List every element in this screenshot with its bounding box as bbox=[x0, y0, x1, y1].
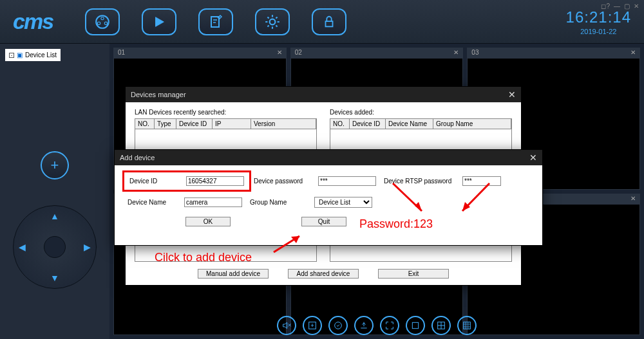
svg-rect-4 bbox=[211, 17, 219, 27]
gear-icon bbox=[264, 14, 281, 30]
ptz-dpad: ▲ ▼ ◀ ▶ bbox=[13, 205, 97, 289]
svg-point-2 bbox=[97, 22, 100, 24]
dialog-titlebar[interactable]: Devices manager ✕ bbox=[126, 87, 521, 102]
window-controls: ◻? — ▢ ✕ bbox=[601, 3, 639, 10]
reel-icon bbox=[94, 14, 111, 30]
maximize-icon[interactable]: ▢ bbox=[624, 3, 630, 10]
record-icon bbox=[333, 320, 343, 331]
svg-rect-11 bbox=[464, 322, 471, 329]
minimize-icon[interactable]: — bbox=[614, 3, 620, 10]
cell-close-icon[interactable]: ✕ bbox=[277, 49, 282, 58]
clock-time: 16:21:14 bbox=[566, 8, 631, 26]
device-name-input[interactable] bbox=[184, 197, 242, 207]
dpad-center[interactable] bbox=[44, 236, 66, 258]
quit-button[interactable]: Quit bbox=[301, 217, 346, 226]
help-icon[interactable]: ◻? bbox=[601, 3, 610, 10]
col-version: Version bbox=[251, 119, 316, 129]
speaker-mute-icon bbox=[281, 320, 292, 331]
layout-quad-icon bbox=[436, 320, 446, 331]
tree-collapse-icon[interactable]: - bbox=[9, 53, 14, 58]
dialog-titlebar[interactable]: Add device ✕ bbox=[115, 150, 542, 165]
play-button[interactable] bbox=[142, 8, 176, 35]
dialog-close-icon[interactable]: ✕ bbox=[529, 152, 537, 163]
device-id-label: Device ID bbox=[129, 178, 178, 185]
sidebar: - ▣ Device List + ▲ ▼ ◀ ▶ bbox=[0, 44, 109, 339]
device-tree-root[interactable]: - ▣ Device List bbox=[5, 49, 61, 61]
device-password-label: Device password bbox=[254, 178, 310, 185]
play-icon bbox=[152, 15, 166, 29]
svg-point-5 bbox=[270, 19, 276, 24]
col-device-id: Device ID bbox=[176, 119, 213, 129]
reel-button[interactable] bbox=[85, 8, 120, 35]
cell-close-icon[interactable]: ✕ bbox=[630, 49, 636, 58]
col-device-name: Device Name bbox=[386, 119, 433, 129]
manual-add-button[interactable]: Manual add device bbox=[198, 269, 269, 279]
device-id-input[interactable] bbox=[186, 176, 244, 186]
lock-icon bbox=[322, 15, 336, 29]
col-group-name: Group Name bbox=[433, 119, 511, 129]
export-button[interactable] bbox=[354, 316, 374, 335]
exit-button[interactable]: Exit bbox=[378, 269, 449, 279]
svg-rect-6 bbox=[326, 21, 333, 26]
lan-searched-label: LAN Devices recently searched: bbox=[135, 109, 317, 116]
group-name-label: Group Name bbox=[250, 199, 307, 206]
layout-nine-icon bbox=[462, 320, 472, 331]
col-device-id: Device ID bbox=[350, 119, 386, 129]
device-password-input[interactable] bbox=[318, 176, 376, 186]
device-id-highlight: Device ID bbox=[122, 170, 251, 192]
fullscreen-icon bbox=[384, 320, 395, 331]
dialog-title: Devices manager bbox=[131, 91, 186, 98]
dpad-right[interactable]: ▶ bbox=[84, 242, 91, 252]
snapshot-button[interactable] bbox=[303, 316, 322, 335]
record-button[interactable] bbox=[328, 316, 348, 335]
col-no: NO. bbox=[135, 119, 155, 129]
clock: 16:21:14 2019-01-22 bbox=[566, 8, 631, 35]
dialog-title: Add device bbox=[120, 154, 155, 161]
cell-number: 02 bbox=[295, 49, 302, 58]
dialog-close-icon[interactable]: ✕ bbox=[508, 89, 516, 100]
layout-single-icon bbox=[410, 320, 421, 331]
add-device-button[interactable]: + bbox=[41, 151, 69, 179]
app-logo: cms bbox=[13, 9, 53, 34]
add-shared-button[interactable]: Add shared device bbox=[288, 269, 359, 279]
svg-rect-9 bbox=[412, 322, 418, 328]
document-edit-icon bbox=[208, 14, 223, 30]
close-icon[interactable]: ✕ bbox=[634, 3, 639, 10]
col-type: Type bbox=[155, 119, 176, 129]
col-no: NO. bbox=[330, 119, 350, 129]
layout-4-button[interactable] bbox=[431, 316, 451, 335]
svg-point-3 bbox=[104, 22, 107, 24]
export-icon bbox=[359, 320, 369, 331]
col-ip: IP bbox=[213, 119, 251, 129]
add-device-dialog: Add device ✕ Device ID Device password D… bbox=[114, 149, 543, 246]
layout-1-button[interactable] bbox=[406, 316, 425, 335]
top-bar: cms 16:21:14 2019-01-22 bbox=[0, 0, 644, 44]
cell-close-icon[interactable]: ✕ bbox=[453, 49, 459, 58]
dpad-left[interactable]: ◀ bbox=[19, 242, 26, 252]
device-rtsp-password-label: Device RTSP password bbox=[384, 178, 455, 185]
settings-button[interactable] bbox=[255, 8, 290, 35]
dpad-down[interactable]: ▼ bbox=[50, 273, 59, 283]
device-rtsp-password-input[interactable] bbox=[462, 176, 501, 186]
fullscreen-button[interactable] bbox=[380, 316, 399, 335]
group-name-select[interactable]: Device List bbox=[314, 197, 372, 208]
dpad-up[interactable]: ▲ bbox=[50, 211, 59, 221]
ok-button[interactable]: OK bbox=[185, 217, 231, 226]
device-tree-label: Device List bbox=[25, 51, 57, 59]
layout-9-button[interactable] bbox=[457, 316, 477, 335]
clock-date: 2019-01-22 bbox=[566, 28, 631, 35]
devices-added-label: Devices added: bbox=[330, 109, 512, 116]
cell-close-icon[interactable]: ✕ bbox=[630, 195, 636, 204]
svg-point-1 bbox=[101, 17, 104, 19]
bottom-toolbar bbox=[109, 313, 644, 338]
device-name-label: Device Name bbox=[128, 199, 176, 206]
log-button[interactable] bbox=[198, 8, 233, 35]
cell-number: 01 bbox=[118, 49, 125, 58]
cell-number: 03 bbox=[471, 49, 478, 58]
lock-button[interactable] bbox=[312, 8, 346, 35]
import-icon bbox=[307, 320, 317, 331]
mute-button[interactable] bbox=[277, 316, 296, 335]
